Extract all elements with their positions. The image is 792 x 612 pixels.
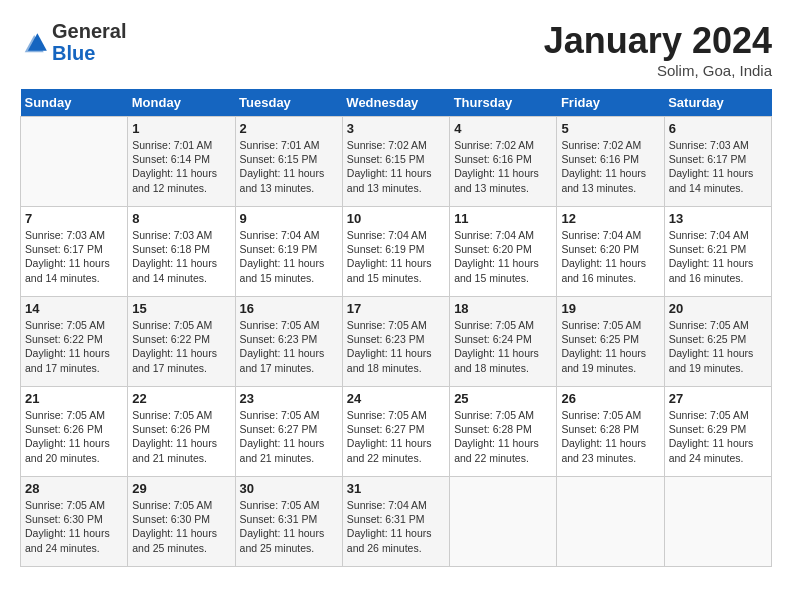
day-info: Sunrise: 7:03 AM Sunset: 6:17 PM Dayligh…	[669, 138, 767, 195]
day-info: Sunrise: 7:05 AM Sunset: 6:22 PM Dayligh…	[25, 318, 123, 375]
day-number: 31	[347, 481, 445, 496]
day-number: 18	[454, 301, 552, 316]
day-number: 14	[25, 301, 123, 316]
day-info: Sunrise: 7:05 AM Sunset: 6:30 PM Dayligh…	[132, 498, 230, 555]
day-info: Sunrise: 7:05 AM Sunset: 6:30 PM Dayligh…	[25, 498, 123, 555]
month-title: January 2024	[544, 20, 772, 62]
day-number: 10	[347, 211, 445, 226]
calendar-cell: 1Sunrise: 7:01 AM Sunset: 6:14 PM Daylig…	[128, 117, 235, 207]
day-number: 27	[669, 391, 767, 406]
day-info: Sunrise: 7:05 AM Sunset: 6:29 PM Dayligh…	[669, 408, 767, 465]
calendar-cell: 16Sunrise: 7:05 AM Sunset: 6:23 PM Dayli…	[235, 297, 342, 387]
day-info: Sunrise: 7:04 AM Sunset: 6:19 PM Dayligh…	[240, 228, 338, 285]
day-info: Sunrise: 7:05 AM Sunset: 6:27 PM Dayligh…	[347, 408, 445, 465]
calendar-cell: 4Sunrise: 7:02 AM Sunset: 6:16 PM Daylig…	[450, 117, 557, 207]
day-number: 23	[240, 391, 338, 406]
day-info: Sunrise: 7:05 AM Sunset: 6:26 PM Dayligh…	[25, 408, 123, 465]
day-number: 21	[25, 391, 123, 406]
day-number: 13	[669, 211, 767, 226]
calendar-cell: 11Sunrise: 7:04 AM Sunset: 6:20 PM Dayli…	[450, 207, 557, 297]
week-row-2: 7Sunrise: 7:03 AM Sunset: 6:17 PM Daylig…	[21, 207, 772, 297]
calendar-cell: 8Sunrise: 7:03 AM Sunset: 6:18 PM Daylig…	[128, 207, 235, 297]
calendar-cell: 3Sunrise: 7:02 AM Sunset: 6:15 PM Daylig…	[342, 117, 449, 207]
calendar-cell: 17Sunrise: 7:05 AM Sunset: 6:23 PM Dayli…	[342, 297, 449, 387]
calendar-cell: 18Sunrise: 7:05 AM Sunset: 6:24 PM Dayli…	[450, 297, 557, 387]
day-number: 8	[132, 211, 230, 226]
day-number: 26	[561, 391, 659, 406]
col-header-friday: Friday	[557, 89, 664, 117]
calendar-cell: 15Sunrise: 7:05 AM Sunset: 6:22 PM Dayli…	[128, 297, 235, 387]
day-info: Sunrise: 7:05 AM Sunset: 6:22 PM Dayligh…	[132, 318, 230, 375]
day-info: Sunrise: 7:05 AM Sunset: 6:23 PM Dayligh…	[240, 318, 338, 375]
week-row-4: 21Sunrise: 7:05 AM Sunset: 6:26 PM Dayli…	[21, 387, 772, 477]
calendar-cell: 13Sunrise: 7:04 AM Sunset: 6:21 PM Dayli…	[664, 207, 771, 297]
day-info: Sunrise: 7:05 AM Sunset: 6:25 PM Dayligh…	[669, 318, 767, 375]
calendar-cell: 19Sunrise: 7:05 AM Sunset: 6:25 PM Dayli…	[557, 297, 664, 387]
col-header-monday: Monday	[128, 89, 235, 117]
day-info: Sunrise: 7:02 AM Sunset: 6:15 PM Dayligh…	[347, 138, 445, 195]
day-number: 15	[132, 301, 230, 316]
calendar-cell: 2Sunrise: 7:01 AM Sunset: 6:15 PM Daylig…	[235, 117, 342, 207]
day-number: 12	[561, 211, 659, 226]
day-info: Sunrise: 7:05 AM Sunset: 6:24 PM Dayligh…	[454, 318, 552, 375]
calendar-cell	[557, 477, 664, 567]
calendar-cell: 7Sunrise: 7:03 AM Sunset: 6:17 PM Daylig…	[21, 207, 128, 297]
calendar-cell: 31Sunrise: 7:04 AM Sunset: 6:31 PM Dayli…	[342, 477, 449, 567]
calendar-body: 1Sunrise: 7:01 AM Sunset: 6:14 PM Daylig…	[21, 117, 772, 567]
day-info: Sunrise: 7:01 AM Sunset: 6:15 PM Dayligh…	[240, 138, 338, 195]
calendar-cell: 6Sunrise: 7:03 AM Sunset: 6:17 PM Daylig…	[664, 117, 771, 207]
day-info: Sunrise: 7:04 AM Sunset: 6:31 PM Dayligh…	[347, 498, 445, 555]
calendar-cell: 24Sunrise: 7:05 AM Sunset: 6:27 PM Dayli…	[342, 387, 449, 477]
calendar-cell: 23Sunrise: 7:05 AM Sunset: 6:27 PM Dayli…	[235, 387, 342, 477]
day-info: Sunrise: 7:02 AM Sunset: 6:16 PM Dayligh…	[561, 138, 659, 195]
calendar-cell: 25Sunrise: 7:05 AM Sunset: 6:28 PM Dayli…	[450, 387, 557, 477]
day-info: Sunrise: 7:04 AM Sunset: 6:20 PM Dayligh…	[454, 228, 552, 285]
col-header-tuesday: Tuesday	[235, 89, 342, 117]
logo-text: General Blue	[52, 20, 126, 64]
day-info: Sunrise: 7:05 AM Sunset: 6:28 PM Dayligh…	[561, 408, 659, 465]
calendar-cell: 20Sunrise: 7:05 AM Sunset: 6:25 PM Dayli…	[664, 297, 771, 387]
day-number: 29	[132, 481, 230, 496]
day-info: Sunrise: 7:04 AM Sunset: 6:21 PM Dayligh…	[669, 228, 767, 285]
day-info: Sunrise: 7:03 AM Sunset: 6:18 PM Dayligh…	[132, 228, 230, 285]
day-info: Sunrise: 7:05 AM Sunset: 6:25 PM Dayligh…	[561, 318, 659, 375]
day-info: Sunrise: 7:03 AM Sunset: 6:17 PM Dayligh…	[25, 228, 123, 285]
day-number: 24	[347, 391, 445, 406]
day-number: 3	[347, 121, 445, 136]
day-number: 6	[669, 121, 767, 136]
page-header: General Blue January 2024 Solim, Goa, In…	[20, 20, 772, 79]
day-info: Sunrise: 7:05 AM Sunset: 6:23 PM Dayligh…	[347, 318, 445, 375]
day-number: 16	[240, 301, 338, 316]
day-number: 28	[25, 481, 123, 496]
week-row-5: 28Sunrise: 7:05 AM Sunset: 6:30 PM Dayli…	[21, 477, 772, 567]
day-number: 30	[240, 481, 338, 496]
day-number: 2	[240, 121, 338, 136]
day-number: 1	[132, 121, 230, 136]
location: Solim, Goa, India	[544, 62, 772, 79]
day-info: Sunrise: 7:05 AM Sunset: 6:27 PM Dayligh…	[240, 408, 338, 465]
logo: General Blue	[20, 20, 126, 64]
calendar-cell	[450, 477, 557, 567]
day-number: 4	[454, 121, 552, 136]
day-info: Sunrise: 7:04 AM Sunset: 6:19 PM Dayligh…	[347, 228, 445, 285]
calendar-cell: 26Sunrise: 7:05 AM Sunset: 6:28 PM Dayli…	[557, 387, 664, 477]
day-number: 7	[25, 211, 123, 226]
day-number: 11	[454, 211, 552, 226]
day-info: Sunrise: 7:05 AM Sunset: 6:28 PM Dayligh…	[454, 408, 552, 465]
day-info: Sunrise: 7:05 AM Sunset: 6:26 PM Dayligh…	[132, 408, 230, 465]
day-number: 5	[561, 121, 659, 136]
calendar-cell: 28Sunrise: 7:05 AM Sunset: 6:30 PM Dayli…	[21, 477, 128, 567]
day-number: 22	[132, 391, 230, 406]
week-row-3: 14Sunrise: 7:05 AM Sunset: 6:22 PM Dayli…	[21, 297, 772, 387]
day-number: 17	[347, 301, 445, 316]
title-block: January 2024 Solim, Goa, India	[544, 20, 772, 79]
col-header-sunday: Sunday	[21, 89, 128, 117]
day-info: Sunrise: 7:02 AM Sunset: 6:16 PM Dayligh…	[454, 138, 552, 195]
day-number: 25	[454, 391, 552, 406]
calendar-cell: 21Sunrise: 7:05 AM Sunset: 6:26 PM Dayli…	[21, 387, 128, 477]
week-row-1: 1Sunrise: 7:01 AM Sunset: 6:14 PM Daylig…	[21, 117, 772, 207]
day-info: Sunrise: 7:04 AM Sunset: 6:20 PM Dayligh…	[561, 228, 659, 285]
calendar-cell: 27Sunrise: 7:05 AM Sunset: 6:29 PM Dayli…	[664, 387, 771, 477]
calendar-cell: 9Sunrise: 7:04 AM Sunset: 6:19 PM Daylig…	[235, 207, 342, 297]
calendar-cell: 22Sunrise: 7:05 AM Sunset: 6:26 PM Dayli…	[128, 387, 235, 477]
